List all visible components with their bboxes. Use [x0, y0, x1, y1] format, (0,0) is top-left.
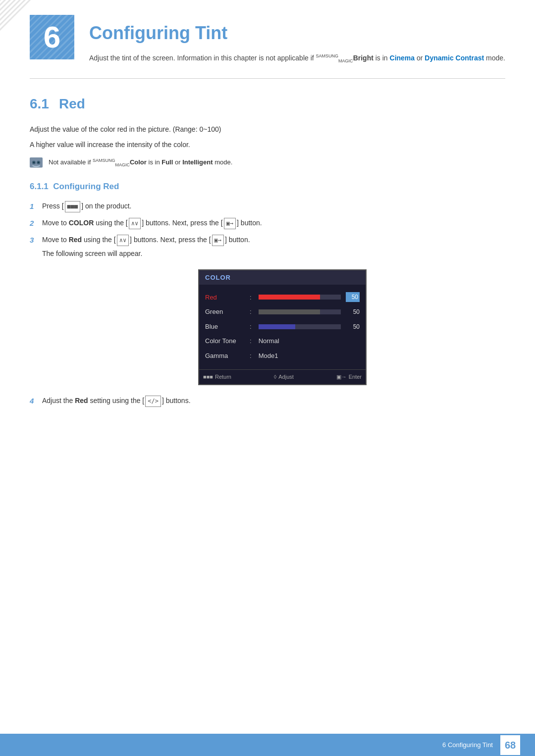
chapter-divider — [30, 78, 505, 79]
screen-row-red: Red : 50 — [205, 290, 360, 304]
chapter-number-block: 6 — [30, 15, 74, 59]
step-1-content: Press [■■■] on the product. — [42, 201, 505, 212]
step-1-num: 1 — [30, 201, 42, 212]
note-intelligent-keyword: Intelligent — [182, 158, 213, 166]
screen-bar-red-fill — [259, 295, 321, 300]
screen-value-blue: 50 — [346, 322, 360, 331]
step-2: 2 Move to COLOR using the [∧∨] buttons. … — [30, 217, 505, 229]
adjust-icon: ◊ — [274, 373, 276, 381]
step-3: 3 Move to Red using the [∧∨] buttons. Ne… — [30, 234, 505, 259]
screen-label-colortone: Color Tone — [205, 336, 245, 346]
screen-row-gamma: Gamma : Mode1 — [205, 349, 360, 363]
page-footer: 6 Configuring Tint 68 — [0, 734, 535, 756]
screen-value-red: 50 — [346, 292, 360, 302]
step-3-sub: The following screen will appear. — [42, 248, 505, 259]
svg-point-4 — [38, 162, 40, 164]
screen-footer-return: ■■■ Return — [203, 373, 231, 381]
screen-value-gamma: Mode1 — [259, 351, 278, 361]
svg-rect-0 — [30, 157, 43, 167]
enter-icon-footer: ▣→ — [336, 373, 347, 381]
screen-footer: ■■■ Return ◊ Adjust ▣→ Enter — [199, 369, 366, 384]
adjust-label: Adjust — [278, 373, 294, 381]
updown-icon-2: ∧∨ — [129, 218, 141, 229]
screen-body: Red : 50 Green : 50 — [199, 285, 366, 365]
step-2-num: 2 — [30, 217, 42, 229]
subsection-name: Configuring Red — [53, 182, 119, 191]
dynamic-contrast-link: Dynamic Contrast — [425, 54, 484, 62]
note-full-keyword: Full — [161, 158, 173, 166]
magic-bright: Bright — [353, 54, 374, 62]
subsection-title-611: 6.1.1 Configuring Red — [30, 180, 505, 193]
return-icon: ■■■ — [203, 373, 213, 381]
screen-footer-adjust: ◊ Adjust — [274, 373, 294, 381]
chapter-title-area: Configuring Tint Adjust the tint of the … — [74, 15, 505, 63]
lr-icon: </> — [145, 396, 161, 407]
section-61: 6.1 Red Adjust the value of the color re… — [0, 89, 535, 422]
cinema-link: Cinema — [390, 54, 415, 62]
screen-footer-enter: ▣→ Enter — [336, 373, 362, 381]
chapter-title: Configuring Tint — [89, 20, 505, 47]
section-para-2: A higher value will increase the intensi… — [30, 140, 505, 150]
steps-list: 1 Press [■■■] on the product. 2 Move to … — [30, 201, 505, 259]
samsung-super: SAMSUNG — [316, 53, 339, 58]
note-box: Not available if SAMSUNGMAGICColor is in… — [30, 157, 505, 170]
section-name: Red — [59, 94, 85, 114]
step-4: 4 Adjust the Red setting using the [</>]… — [30, 395, 505, 407]
screen-header: COLOR — [199, 270, 366, 285]
screen-label-gamma: Gamma — [205, 351, 245, 361]
note-text: Not available if SAMSUNGMAGICColor is in… — [49, 157, 232, 167]
note-samsung-super: SAMSUNG — [93, 158, 115, 163]
screen-label-green: Green — [205, 307, 245, 317]
screen-bar-blue-track — [259, 324, 341, 329]
screen-row-blue: Blue : 50 — [205, 319, 360, 334]
svg-point-3 — [33, 162, 35, 164]
footer-chapter-text: 6 Configuring Tint — [442, 740, 493, 750]
screen-mockup: COLOR Red : 50 Green : — [198, 269, 367, 385]
step-2-color: COLOR — [69, 219, 94, 227]
step-3-red: Red — [69, 236, 82, 244]
screen-bar-green-fill — [259, 309, 321, 314]
steps-list-4: 4 Adjust the Red setting using the [</>]… — [30, 395, 505, 407]
magic-super: MAGIC — [338, 58, 353, 63]
screen-bar-blue-fill — [259, 324, 296, 329]
chapter-number: 6 — [44, 22, 60, 52]
return-label: Return — [215, 373, 231, 381]
enter-icon-2: ▣→ — [224, 218, 236, 229]
screen-bar-red-track — [259, 295, 341, 300]
screen-label-red: Red — [205, 293, 245, 302]
step-3-num: 3 — [30, 234, 42, 246]
screen-mockup-wrapper: COLOR Red : 50 Green : — [59, 269, 505, 385]
subsection-number: 6.1.1 — [30, 182, 49, 191]
footer-page-number: 68 — [500, 735, 520, 755]
screen-value-colortone: Normal — [259, 336, 279, 346]
screen-bar-green-track — [259, 309, 341, 314]
enter-label: Enter — [349, 373, 362, 381]
screen-value-green: 50 — [346, 307, 360, 316]
menu-button-icon: ■■■ — [65, 201, 81, 212]
note-icon — [30, 157, 43, 170]
screen-label-blue: Blue — [205, 322, 245, 332]
note-magic-super: MAGIC — [115, 162, 130, 167]
step-2-content: Move to COLOR using the [∧∨] buttons. Ne… — [42, 217, 505, 229]
step-3-content: Move to Red using the [∧∨] buttons. Next… — [42, 234, 505, 259]
enter-icon-3: ▣→ — [212, 235, 224, 246]
updown-icon-3: ∧∨ — [117, 235, 129, 246]
step-1: 1 Press [■■■] on the product. — [30, 201, 505, 212]
section-para-1: Adjust the value of the color red in the… — [30, 124, 505, 135]
screen-row-green: Green : 50 — [205, 304, 360, 319]
step-4-red: Red — [75, 397, 88, 404]
section-number: 6.1 — [30, 94, 49, 114]
step-4-num: 4 — [30, 395, 42, 407]
section-body-61: Adjust the value of the color red in the… — [30, 124, 505, 417]
note-color-keyword: Color — [130, 158, 147, 166]
chapter-header: 6 Configuring Tint Adjust the tint of th… — [0, 0, 535, 73]
section-title-61: 6.1 Red — [30, 94, 505, 114]
screen-row-colortone: Color Tone : Normal — [205, 334, 360, 349]
step-4-content: Adjust the Red setting using the [</>] b… — [42, 395, 505, 407]
chapter-description: Adjust the tint of the screen. Informati… — [89, 52, 505, 63]
